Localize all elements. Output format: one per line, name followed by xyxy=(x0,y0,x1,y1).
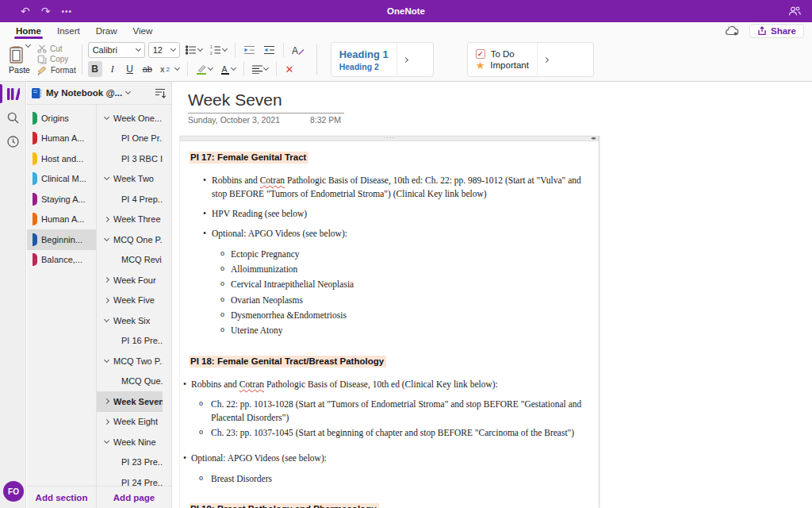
highlighter-button[interactable] xyxy=(193,61,215,77)
section-item[interactable]: Human A... xyxy=(27,129,96,149)
outline-resize-icon[interactable]: ◂▸ xyxy=(591,135,596,141)
subscript-button[interactable]: x2 xyxy=(158,61,182,77)
chevron-down-icon[interactable] xyxy=(102,441,110,443)
chevron-down-icon[interactable] xyxy=(102,320,110,321)
section-item[interactable]: Host and... xyxy=(27,148,96,169)
page-title[interactable]: Week Seven xyxy=(188,90,282,110)
tab-draw[interactable]: Draw xyxy=(88,25,125,37)
page-item[interactable]: Week Nine xyxy=(97,432,163,452)
styles-expand-chevron[interactable] xyxy=(396,43,414,76)
content-heading: PI 18: Female Genital Tract/Breast Patho… xyxy=(190,355,592,368)
page-label: Week Four xyxy=(113,275,156,285)
page-item[interactable]: Week Seven xyxy=(97,391,163,412)
paste-button[interactable]: Paste xyxy=(6,44,33,75)
format-pen-icon[interactable]: A xyxy=(289,42,307,58)
page-item[interactable]: PI 16 Pre... xyxy=(97,331,163,352)
tag-important[interactable]: ★ Important xyxy=(476,60,529,71)
tag-todo[interactable]: ✓ To Do xyxy=(476,49,529,59)
copy-button[interactable]: Copy xyxy=(37,55,76,64)
section-item[interactable]: Beginnin... xyxy=(27,229,96,250)
content-bullet-item: •Robbins and Cotran Pathologic Basis of … xyxy=(180,174,592,200)
cut-button[interactable]: Cut xyxy=(37,44,76,53)
sync-cloud-icon[interactable] xyxy=(724,25,740,36)
tab-view[interactable]: View xyxy=(125,25,161,37)
page-canvas[interactable]: Week Seven Sunday, October 3, 20218:32 P… xyxy=(173,82,812,508)
section-item[interactable]: Staying A... xyxy=(27,189,96,210)
sort-icon[interactable] xyxy=(155,88,167,98)
chevron-right-icon[interactable] xyxy=(102,278,110,282)
content-bullet-item: oBreast Disorders xyxy=(180,472,592,485)
strikethrough-button[interactable]: ab xyxy=(140,61,155,77)
section-color-bar xyxy=(33,233,37,246)
page-label: PI 4 Prep... xyxy=(121,194,163,204)
underline-button[interactable]: U xyxy=(123,61,137,77)
tab-insert[interactable]: Insert xyxy=(49,25,88,37)
section-item[interactable]: Clinical M... xyxy=(27,169,96,190)
font-family-select[interactable]: Calibri xyxy=(88,42,145,58)
search-rail-button[interactable] xyxy=(0,106,25,129)
paste-dropdown-chevron[interactable] xyxy=(25,41,31,47)
account-avatar[interactable]: FO xyxy=(3,481,24,502)
more-menu-icon[interactable]: ••• xyxy=(61,7,72,16)
outline-drag-handle-icon[interactable]: ···· xyxy=(384,134,396,141)
page-item[interactable]: MCQ One P... xyxy=(97,229,163,250)
chevron-down-icon[interactable] xyxy=(102,239,110,241)
outline-drag-bar[interactable]: ···· ◂▸ xyxy=(180,136,599,141)
tags-expand-chevron[interactable] xyxy=(537,43,554,76)
page-item[interactable]: Week Two xyxy=(97,169,163,190)
notebook-chevron-icon[interactable] xyxy=(125,89,131,94)
page-item[interactable]: Week One... xyxy=(97,108,163,129)
page-item[interactable]: Week Eight xyxy=(97,412,163,433)
note-outline-container[interactable]: ···· ◂▸ PI 17: Female Genital Tract•Robb… xyxy=(179,136,599,508)
section-color-bar xyxy=(33,132,37,144)
section-item[interactable]: Balance,... xyxy=(27,250,96,271)
style-heading2[interactable]: Heading 2 xyxy=(339,62,389,71)
tab-home[interactable]: Home xyxy=(8,25,49,37)
notebooks-rail-button[interactable] xyxy=(0,82,25,106)
chevron-down-icon[interactable] xyxy=(102,178,110,179)
page-item[interactable]: PI 3 RBC I... xyxy=(97,148,163,169)
chevron-right-icon[interactable] xyxy=(102,420,110,424)
page-item[interactable]: PI 23 Pre... xyxy=(97,452,163,473)
font-size-select[interactable]: 12 xyxy=(148,42,180,58)
todo-checkbox-icon: ✓ xyxy=(476,49,485,59)
page-item[interactable]: Week Three xyxy=(97,210,163,230)
undo-icon[interactable]: ↶ xyxy=(21,6,30,17)
chevron-down-icon[interactable] xyxy=(102,360,110,362)
share-button[interactable]: Share xyxy=(749,24,804,38)
style-heading1[interactable]: Heading 1 xyxy=(339,48,389,60)
format-painter-button[interactable]: Format xyxy=(37,66,76,75)
people-icon[interactable] xyxy=(788,6,801,17)
page-item[interactable]: MCQ Two P... xyxy=(97,351,163,371)
indent-button[interactable] xyxy=(261,42,278,58)
page-item[interactable]: MCQ Que... xyxy=(97,371,163,392)
alignment-button[interactable] xyxy=(250,61,270,77)
chevron-right-icon[interactable] xyxy=(102,298,110,302)
outline-content[interactable]: PI 17: Female Genital Tract•Robbins and … xyxy=(180,141,599,508)
section-item[interactable]: Origins xyxy=(27,108,96,129)
delete-icon[interactable]: ✕ xyxy=(282,61,297,77)
numbered-list-button[interactable]: 12 xyxy=(208,42,229,58)
notebook-header[interactable]: My Notebook @... xyxy=(27,82,171,105)
italic-button[interactable]: I xyxy=(105,61,120,77)
chevron-down-icon[interactable] xyxy=(102,117,110,119)
section-item[interactable]: Human A... xyxy=(27,210,96,230)
page-item[interactable]: MCQ Revi... xyxy=(97,250,163,271)
page-item[interactable]: Week Six xyxy=(97,310,163,331)
bullet-list-button[interactable] xyxy=(183,42,205,58)
chevron-right-icon[interactable] xyxy=(102,217,110,221)
page-item[interactable]: PI 24 Pre... xyxy=(97,472,163,486)
add-section-button[interactable]: Add section xyxy=(27,487,97,508)
content-bullet-item: oCh. 22: pp. 1013-1028 (Start at "Tumors… xyxy=(180,398,592,424)
recent-notes-rail-button[interactable] xyxy=(0,129,25,153)
font-color-button[interactable]: A xyxy=(218,61,238,77)
page-item[interactable]: PI One Pr... xyxy=(97,129,163,149)
page-item[interactable]: PI 4 Prep... xyxy=(97,189,163,210)
page-item[interactable]: Week Four xyxy=(97,270,163,291)
redo-icon[interactable]: ↷ xyxy=(41,6,51,17)
bold-button[interactable]: B xyxy=(88,61,102,77)
add-page-button[interactable]: Add page xyxy=(97,487,171,508)
page-item[interactable]: Week Five xyxy=(97,291,163,311)
outdent-button[interactable] xyxy=(241,42,258,58)
chevron-right-icon[interactable] xyxy=(102,399,110,403)
